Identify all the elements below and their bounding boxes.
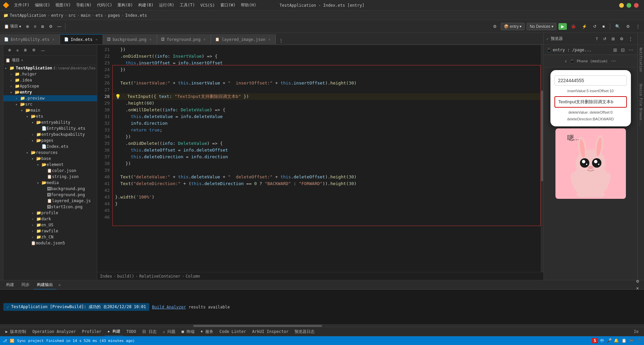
tree-idea[interactable]: › 📁 .idea	[3, 77, 97, 83]
scrollbar-thumb[interactable]	[541, 91, 543, 181]
tree-entry[interactable]: ▾ 📂 entry	[3, 89, 97, 95]
tree-profile[interactable]: › 📁 profile	[3, 210, 97, 216]
tree-string-json[interactable]: › 📋 string.json	[3, 174, 97, 180]
preview-font-btn[interactable]: T	[594, 35, 600, 43]
tree-resources[interactable]: ▾ 📂 resources	[3, 150, 97, 156]
tree-entryability-folder[interactable]: ▾ 📂 entryability	[3, 119, 97, 125]
tree-module-json[interactable]: › 📋 module.json5	[3, 240, 97, 246]
preview-grid-btn-1[interactable]: ⊞	[612, 47, 619, 53]
preview-grid-btn-2[interactable]: ⊟	[620, 47, 626, 53]
toolbar-btn-1[interactable]: ⊕	[24, 23, 31, 30]
bottom-tab-build[interactable]: ★ 构建	[105, 327, 123, 336]
toolbar-btn-close-panel[interactable]: —	[55, 23, 63, 30]
menu-refactor[interactable]: 重构(B)	[115, 1, 136, 9]
toolbar-btn-profile[interactable]: ⚡	[580, 23, 589, 30]
tree-rawfile[interactable]: › 📁 rawfile	[3, 228, 97, 234]
tree-entrybackup[interactable]: › 📁 entrybackupability	[3, 131, 97, 137]
toolbar-btn-2[interactable]: ≡	[32, 23, 38, 30]
toolbar-btn-refresh[interactable]: ↺	[591, 23, 598, 30]
preview-more-btn[interactable]: ⋮	[627, 35, 635, 43]
tree-appscope[interactable]: › 📁 AppScope	[3, 83, 97, 89]
tree-foreground-png[interactable]: › 🖼 foreground.png	[3, 192, 97, 198]
preview-layout-btn[interactable]: ⊞	[609, 35, 617, 43]
tab-entryability[interactable]: 📄 EntryAbility.ets ✕	[0, 34, 60, 44]
notif-label[interactable]: Notification	[638, 45, 644, 74]
breadcrumb-part-6[interactable]: Index.ets	[125, 13, 147, 18]
tree-element[interactable]: ▾ 📂 element	[3, 162, 97, 168]
tree-entryability-file[interactable]: › 📄 EntryAbility.ets	[3, 125, 97, 131]
tree-pages-folder[interactable]: ▾ 📂 pages	[3, 137, 97, 143]
menu-vcs[interactable]: VCS(S)	[198, 2, 217, 9]
tab-close-3[interactable]: ✕	[203, 37, 207, 42]
menu-view[interactable]: 视图(V)	[53, 1, 73, 9]
no-devices-btn[interactable]: No Devices ▾	[527, 23, 556, 30]
bottom-tab-linter[interactable]: Code Linter	[217, 328, 249, 335]
toolbar-project-btn[interactable]: 📋 项目 ▾	[2, 22, 23, 31]
toolbar-btn-settings[interactable]: ⚙	[47, 23, 55, 30]
sidebar-settings-btn[interactable]: ⚙	[30, 47, 38, 54]
bottom-tab-preview-log[interactable]: 预览器日志	[292, 328, 317, 336]
tab-close-1[interactable]: ✕	[95, 37, 99, 42]
build-tab-0[interactable]: 构建	[3, 281, 17, 289]
build-settings[interactable]: ⚙	[634, 278, 641, 285]
tree-src[interactable]: ▾ 📂 src	[3, 101, 97, 107]
tree-en-us[interactable]: › 📁 en_US	[3, 222, 97, 228]
breadcrumb-part-4[interactable]: ets	[96, 13, 103, 18]
menu-window[interactable]: 窗口(W)	[218, 1, 238, 9]
menu-help[interactable]: 帮助(H)	[238, 1, 259, 9]
device-file-label[interactable]: Device File Browse...	[638, 81, 644, 129]
preview-refresh-btn[interactable]: ↺	[601, 35, 608, 43]
toolbar-search[interactable]: 🔍	[613, 23, 622, 30]
tree-zh-cn[interactable]: › 📁 zh_CN	[3, 234, 97, 240]
preview-more-btn-2[interactable]: ⋯	[627, 47, 635, 53]
breadcrumb-part-2[interactable]: src	[68, 13, 76, 18]
code-content[interactable]: }) .onDidInsert((info: InsertValue) => {…	[112, 45, 541, 272]
sidebar-close-btn[interactable]: —	[39, 47, 47, 54]
menu-navigate[interactable]: 导航(N)	[73, 1, 94, 9]
bottom-tab-arkui[interactable]: ArkUI Inspector	[250, 328, 291, 335]
bottom-tab-log[interactable]: 目 日志	[140, 328, 159, 336]
menu-edit[interactable]: 编辑(E)	[32, 1, 53, 9]
tree-base[interactable]: ▾ 📂 base	[3, 156, 97, 162]
sidebar-new-btn[interactable]: ⊕	[6, 47, 13, 54]
build-analyzer-link[interactable]: Build Analyzer	[152, 305, 186, 309]
menu-build[interactable]: 构建(B)	[136, 1, 156, 9]
tree-background-png[interactable]: › 🖼 background.png	[3, 186, 97, 192]
bottom-tab-vc[interactable]: ▶ 版本控制	[3, 328, 29, 336]
menu-file[interactable]: 文件(F)	[11, 1, 32, 9]
toolbar-settings-icon[interactable]: ⚙	[491, 23, 499, 30]
prev-device-btn[interactable]: ‹	[564, 58, 568, 64]
toolbar-btn-3[interactable]: ≣	[39, 23, 46, 30]
tree-color-json[interactable]: › 📋 color.json	[3, 168, 97, 174]
toolbar-more[interactable]: ⋮	[634, 23, 642, 30]
tab-layered-image[interactable]: 📋 layered_image.json ✕	[211, 34, 276, 44]
bottom-tab-profiler[interactable]: Profiler	[79, 328, 104, 335]
bottom-tab-service[interactable]: ♦ 服务	[198, 328, 216, 336]
tab-background[interactable]: 🖼 background.png ✕	[103, 34, 157, 44]
tree-hvigor[interactable]: › 📁 .hvigor	[3, 71, 97, 77]
tab-close-4[interactable]: ✕	[267, 37, 271, 42]
preview-settings-btn[interactable]: ⚙	[618, 35, 626, 43]
tree-media[interactable]: ▾ 📂 media	[3, 180, 97, 186]
line-28-bulb[interactable]: 💡	[115, 93, 121, 100]
tab-foreground[interactable]: 🖼 foreground.png ✕	[157, 34, 211, 44]
build-tab-2[interactable]: 构建输出	[34, 281, 56, 289]
breadcrumb-part-1[interactable]: entry	[51, 13, 63, 18]
tree-index-file[interactable]: › 📄 Index.ets	[3, 143, 97, 150]
tree-ets[interactable]: ▾ 📂 ets	[3, 113, 97, 119]
menu-code[interactable]: 代码(C)	[94, 1, 115, 9]
tree-dark[interactable]: › 📁 dark	[3, 216, 97, 222]
tab-index-ets[interactable]: 📄 Index.ets ✕	[60, 34, 103, 44]
breadcrumb-part-3[interactable]: main	[81, 13, 91, 18]
bottom-tab-todo[interactable]: TODO	[124, 328, 139, 335]
sidebar-sort-btn[interactable]: ≣	[22, 47, 29, 54]
editor-scrollbar[interactable]	[541, 45, 543, 272]
maximize-button[interactable]: □	[627, 3, 631, 8]
bottom-tab-op[interactable]: Operation Analyzer	[30, 328, 78, 335]
toolbar-gear[interactable]: ⚙	[624, 23, 632, 30]
tab-close-0[interactable]: ✕	[52, 37, 56, 42]
entry-module-btn[interactable]: 📦 entry ▾	[501, 23, 525, 30]
menu-run[interactable]: 运行(R)	[156, 1, 177, 9]
run-button[interactable]: ▶	[558, 23, 567, 30]
debug-button[interactable]: 🐞	[569, 23, 578, 30]
